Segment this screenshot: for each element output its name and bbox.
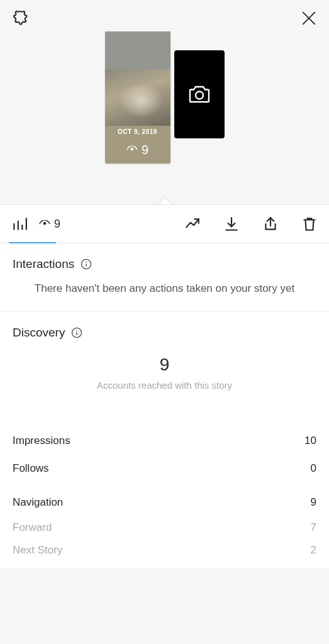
active-tab-underline	[9, 242, 56, 243]
download-icon[interactable]	[223, 216, 240, 232]
reach-count: 9	[13, 355, 316, 375]
insights-tab-icon[interactable]	[11, 216, 28, 232]
svg-point-13	[86, 262, 87, 263]
settings-icon[interactable]	[11, 9, 30, 28]
add-story-camera[interactable]	[174, 50, 225, 138]
metric-row-navigation: Navigation 9	[13, 489, 316, 516]
discovery-title: Discovery	[13, 326, 65, 340]
eye-icon	[39, 220, 50, 228]
metric-label: Follows	[13, 462, 49, 475]
metric-value: 2	[311, 544, 316, 557]
views-count-tab[interactable]: 9	[39, 218, 60, 231]
close-icon[interactable]	[300, 9, 318, 27]
delete-icon[interactable]	[301, 216, 318, 232]
metric-label: Impressions	[13, 435, 70, 447]
metric-label: Next Story	[13, 544, 62, 557]
insights-toolbar: 9	[0, 204, 329, 243]
discovery-section: Discovery 9 Accounts reached with this s…	[0, 312, 329, 409]
interactions-empty-message: There haven't been any actions taken on …	[13, 281, 316, 296]
story-view-count: 9	[142, 143, 148, 157]
info-icon[interactable]	[71, 327, 82, 338]
metric-value: 0	[311, 462, 316, 475]
promote-icon[interactable]	[184, 216, 201, 232]
metric-value: 7	[311, 521, 316, 534]
info-icon[interactable]	[81, 258, 92, 270]
svg-point-2	[131, 148, 134, 151]
share-icon[interactable]	[262, 216, 279, 232]
metric-label: Navigation	[13, 496, 63, 509]
metric-label: Forward	[13, 521, 52, 534]
interactions-section: Interactions There haven't been any acti…	[0, 243, 329, 312]
metric-value: 10	[304, 435, 316, 447]
story-date: OCT 9, 2019	[105, 128, 170, 135]
metric-row-next-story: Next Story 2	[13, 539, 316, 562]
eye-icon	[126, 143, 138, 157]
story-thumbnail[interactable]: OCT 9, 2019 9	[105, 31, 170, 164]
toolbar-view-count: 9	[54, 218, 60, 231]
metric-row-forward: Forward 7	[13, 516, 316, 539]
svg-point-8	[43, 222, 47, 225]
metric-row-impressions: Impressions 10	[13, 427, 316, 455]
metrics-list: Impressions 10 Follows 0 Navigation 9 Fo…	[0, 409, 329, 568]
story-thumbnails: OCT 9, 2019 9	[105, 31, 225, 164]
svg-point-16	[77, 330, 78, 331]
metric-value: 9	[311, 496, 316, 509]
reach-label: Accounts reached with this story	[13, 380, 316, 391]
story-header-region: OCT 9, 2019 9	[0, 0, 329, 204]
svg-point-3	[196, 92, 203, 99]
metric-row-follows: Follows 0	[13, 455, 316, 482]
interactions-title: Interactions	[13, 257, 74, 271]
